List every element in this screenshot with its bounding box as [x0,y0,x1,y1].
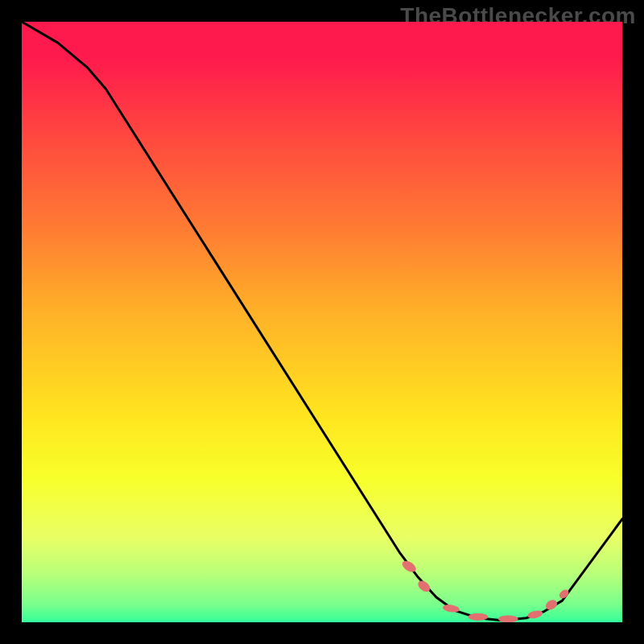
curve-marker [527,609,543,619]
curve-marker [498,616,518,622]
curve-marker [443,604,460,613]
chart-svg [22,22,622,622]
curve-marker [469,613,488,620]
curve-marker [558,588,569,600]
chart-frame: TheBottlenecker.com [0,0,644,644]
plot-area [22,22,622,622]
bottleneck-curve [22,22,622,621]
